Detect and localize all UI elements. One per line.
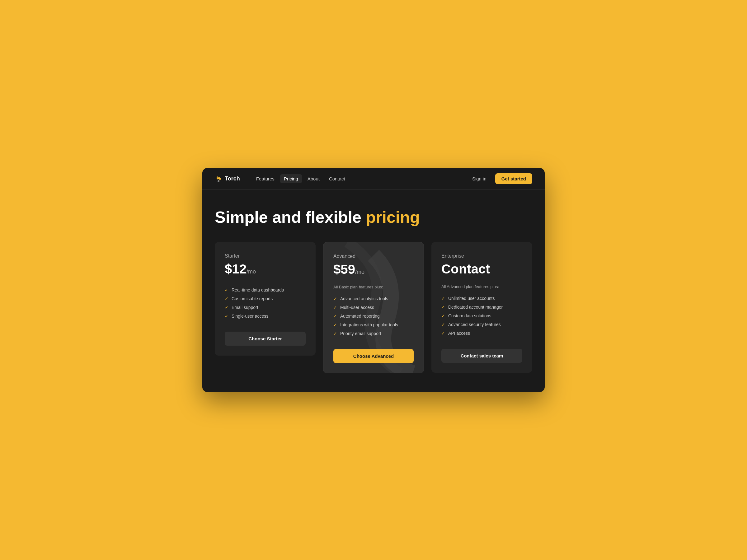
app-window: Torch Features Pricing About Contact Sig… [202, 168, 545, 392]
pricing-card-advanced: Advanced $59/mo All Basic plan features … [323, 242, 424, 373]
list-item: ✓ Advanced security features [441, 320, 522, 329]
hero-title: Simple and flexible pricing [215, 209, 532, 226]
feature-text: Unlimited user accounts [448, 296, 495, 301]
hero-title-part1: Simple and flexible [215, 208, 366, 226]
list-item: ✓ Multi-user access [333, 303, 414, 312]
check-icon: ✓ [333, 296, 337, 301]
check-icon: ✓ [225, 296, 229, 301]
list-item: ✓ Single-user access [225, 312, 306, 320]
check-icon: ✓ [441, 296, 445, 301]
advanced-plan-name: Advanced [333, 254, 414, 259]
list-item: ✓ Automated reporting [333, 312, 414, 320]
signin-button[interactable]: Sign in [467, 174, 491, 184]
pricing-card-starter: Starter $12/mo ✓ Real-time data dashboar… [215, 242, 316, 355]
check-icon: ✓ [225, 305, 229, 310]
feature-text: Automated reporting [340, 314, 380, 319]
advanced-feature-list: ✓ Advanced analytics tools ✓ Multi-user … [333, 294, 414, 338]
starter-feature-list: ✓ Real-time data dashboards ✓ Customisab… [225, 286, 306, 320]
main-content: Simple and flexible pricing Starter $12/… [202, 190, 545, 392]
feature-text: Advanced analytics tools [340, 296, 388, 301]
feature-text: Real-time data dashboards [232, 288, 284, 292]
check-icon: ✓ [333, 331, 337, 336]
navbar: Torch Features Pricing About Contact Sig… [202, 168, 545, 190]
feature-text: Integrations with popular tools [340, 322, 398, 327]
check-icon: ✓ [333, 322, 337, 327]
list-item: ✓ Integrations with popular tools [333, 320, 414, 329]
nav-pricing[interactable]: Pricing [280, 174, 302, 183]
pricing-grid: Starter $12/mo ✓ Real-time data dashboar… [215, 242, 532, 373]
enterprise-feature-list: ✓ Unlimited user accounts ✓ Dedicated ac… [441, 294, 522, 338]
starter-plan-price: $12/mo [225, 263, 306, 276]
list-item: ✓ Advanced analytics tools [333, 294, 414, 303]
enterprise-plan-name: Enterprise [441, 253, 522, 259]
list-item: ✓ Custom data solutions [441, 312, 522, 320]
check-icon: ✓ [333, 305, 337, 310]
check-icon: ✓ [333, 314, 337, 319]
advanced-card-inner: Advanced $59/mo All Basic plan features … [333, 254, 414, 363]
feature-text: Email support [232, 305, 258, 310]
nav-contact[interactable]: Contact [325, 174, 349, 183]
feature-text: Single-user access [232, 314, 268, 319]
starter-price-value: $12 [225, 262, 247, 276]
logo[interactable]: Torch [215, 175, 240, 183]
list-item: ✓ Customisable reports [225, 294, 306, 303]
advanced-price-value: $59 [333, 262, 355, 276]
feature-text: API access [448, 331, 470, 336]
choose-starter-button[interactable]: Choose Starter [225, 331, 306, 346]
feature-text: Advanced security features [448, 322, 501, 327]
list-item: ✓ Email support [225, 303, 306, 312]
check-icon: ✓ [441, 304, 445, 310]
enterprise-plan-price: Contact [441, 263, 522, 276]
check-icon: ✓ [441, 322, 445, 327]
starter-plan-name: Starter [225, 253, 306, 259]
list-item: ✓ Real-time data dashboards [225, 286, 306, 294]
enterprise-card-inner: Enterprise Contact All Advanced plan fea… [441, 253, 522, 363]
pricing-card-enterprise: Enterprise Contact All Advanced plan fea… [431, 242, 532, 373]
nav-features[interactable]: Features [252, 174, 278, 183]
feature-text: Dedicated account manager [448, 304, 503, 310]
feature-text: Customisable reports [232, 296, 273, 301]
feature-text: Custom data solutions [448, 313, 491, 318]
list-item: ✓ Unlimited user accounts [441, 294, 522, 303]
check-icon: ✓ [225, 288, 229, 292]
nav-links: Features Pricing About Contact [252, 174, 467, 183]
nav-actions: Sign in Get started [467, 173, 532, 184]
starter-price-period: /mo [247, 268, 256, 275]
hero-title-highlight: pricing [366, 208, 419, 226]
advanced-price-period: /mo [355, 269, 364, 275]
advanced-plan-price: $59/mo [333, 263, 414, 276]
feature-text: Multi-user access [340, 305, 374, 310]
logo-text: Torch [225, 176, 240, 182]
nav-about[interactable]: About [304, 174, 324, 183]
torch-logo-icon [215, 175, 222, 183]
list-item: ✓ API access [441, 329, 522, 338]
starter-card-inner: Starter $12/mo ✓ Real-time data dashboar… [225, 253, 306, 346]
feature-text: Priority email support [340, 331, 381, 336]
contact-sales-button[interactable]: Contact sales team [441, 349, 522, 363]
check-icon: ✓ [225, 314, 229, 319]
check-icon: ✓ [441, 313, 445, 318]
advanced-features-header: All Basic plan features plus: [333, 285, 414, 289]
list-item: ✓ Dedicated account manager [441, 303, 522, 312]
choose-advanced-button[interactable]: Choose Advanced [333, 349, 414, 363]
check-icon: ✓ [441, 331, 445, 336]
list-item: ✓ Priority email support [333, 329, 414, 338]
enterprise-features-header: All Advanced plan features plus: [441, 284, 522, 289]
getstarted-button[interactable]: Get started [495, 173, 532, 184]
